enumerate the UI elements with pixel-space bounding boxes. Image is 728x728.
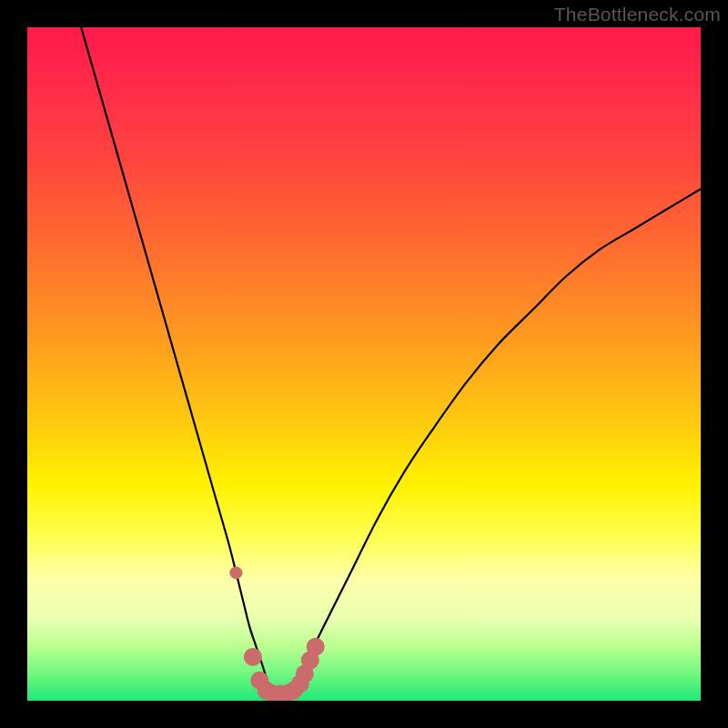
marker-dot [229, 566, 242, 579]
marker-dot [244, 648, 262, 666]
marker-dot [307, 638, 325, 656]
plot-area [27, 27, 701, 701]
chart-frame: TheBottleneck.com [0, 0, 728, 728]
curve-markers [27, 27, 701, 701]
watermark-text: TheBottleneck.com [554, 4, 721, 25]
